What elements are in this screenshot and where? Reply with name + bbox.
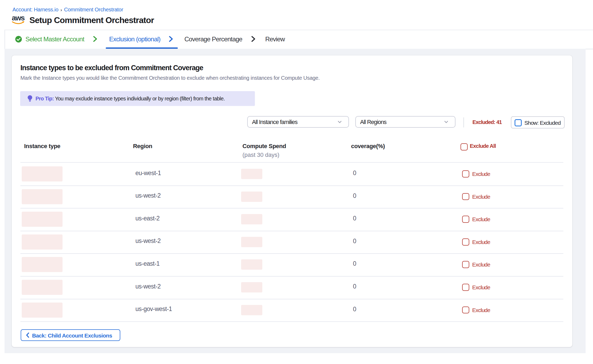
svg-text:aws: aws [12, 15, 25, 22]
